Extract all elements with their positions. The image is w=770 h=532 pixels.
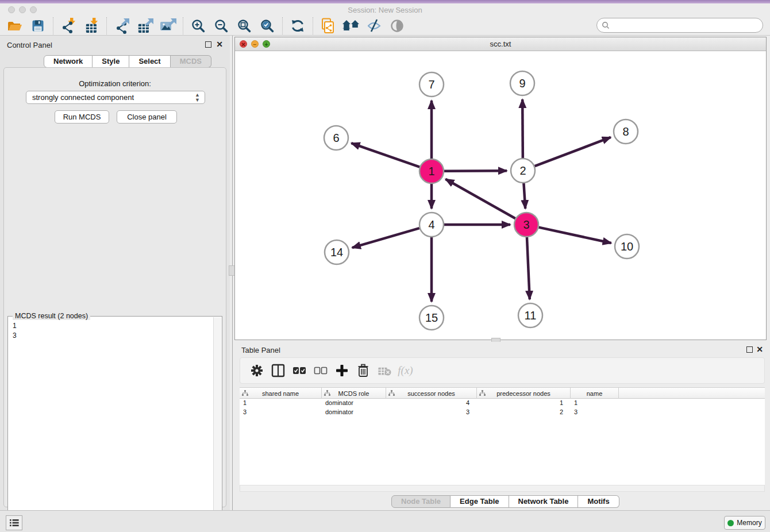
edge-2-8[interactable] (535, 137, 611, 166)
close-panel-icon[interactable]: ✕ (216, 39, 223, 49)
unselect-all-icon[interactable] (310, 361, 331, 380)
zoom-selected-icon[interactable] (256, 17, 279, 34)
optimization-criterion-label: Optimization criterion: (4, 79, 226, 88)
node-label-2: 2 (519, 164, 526, 177)
refresh-layout-icon[interactable] (286, 17, 309, 34)
select-all-icon[interactable] (288, 361, 310, 380)
table-toolbar: f(x) (240, 357, 765, 384)
search-input[interactable] (610, 20, 763, 31)
edge-3-11[interactable] (527, 237, 530, 299)
zoom-in-icon[interactable] (187, 17, 210, 34)
tab-motifs[interactable]: Motifs (578, 495, 619, 508)
delete-icon[interactable] (352, 361, 374, 380)
control-panel-title: Control Panel (7, 41, 52, 49)
export-network-icon[interactable] (110, 17, 133, 34)
node-label-4: 4 (428, 218, 434, 231)
network-graph[interactable]: 7968124314101511 (235, 51, 766, 340)
table-row[interactable]: 1dominator411 (240, 399, 765, 408)
edge-3-10[interactable] (538, 228, 611, 243)
node-label-10: 10 (621, 240, 633, 253)
table-close-icon[interactable]: ✕ (756, 344, 763, 354)
import-table-icon[interactable] (80, 17, 103, 34)
save-icon[interactable] (26, 17, 49, 34)
table-cell: 1 (477, 399, 571, 408)
toolbar-separator (106, 17, 107, 34)
table-hscrollbar[interactable] (240, 485, 765, 492)
application-window: Session: New Session (0, 0, 770, 532)
tab-network-table[interactable]: Network Table (509, 495, 579, 508)
edge-2-3[interactable] (523, 183, 525, 209)
zoom-out-icon[interactable] (210, 17, 233, 34)
column-header-predecessor-nodes[interactable]: predecessor nodes (477, 388, 571, 399)
gear-icon[interactable] (246, 361, 267, 380)
edge-1-6[interactable] (351, 143, 419, 167)
table-row[interactable]: 3dominator323 (240, 408, 765, 417)
task-history-button[interactable] (6, 515, 22, 530)
run-mcds-button[interactable]: Run MCDS (55, 110, 109, 124)
open-folder-icon[interactable] (3, 17, 26, 34)
table-body: 1dominator4113dominator323 (240, 399, 765, 417)
add-icon[interactable] (331, 361, 352, 380)
search-box[interactable] (596, 18, 763, 33)
zoom-fit-icon[interactable] (233, 17, 256, 34)
memory-status-icon (727, 520, 734, 526)
node-label-3: 3 (523, 218, 529, 231)
clone-network-icon[interactable] (317, 17, 340, 34)
table-cell: 3 (240, 408, 322, 417)
node-label-7: 7 (428, 78, 434, 91)
main-toolbar (0, 16, 770, 36)
result-scrollbar[interactable] (213, 317, 221, 532)
mcds-tab-content: Optimization criterion: strongly connect… (3, 67, 226, 507)
select-stepper-icon: ▲▼ (195, 92, 200, 103)
column-header-shared-name[interactable]: shared name (240, 388, 322, 399)
node-label-15: 15 (425, 311, 438, 324)
column-header-MCDS-role[interactable]: MCDS role (322, 388, 386, 399)
mcds-result-box: MCDS result (2 nodes) 1 3 (7, 316, 222, 532)
export-table-icon[interactable] (133, 17, 156, 34)
fx-icon: f(x) (395, 361, 416, 380)
app-title: Session: New Session (0, 6, 770, 14)
memory-button[interactable]: Memory (724, 516, 765, 530)
tab-mcds[interactable]: MCDS (171, 55, 211, 68)
tab-style[interactable]: Style (93, 55, 129, 68)
mcds-result-text: 1 3 (8, 318, 213, 532)
tab-select[interactable]: Select (129, 55, 170, 68)
network-view-window: ✕ − + scc.txt 7968124314101511 (234, 37, 767, 340)
network-window-titlebar[interactable]: ✕ − + scc.txt (235, 37, 766, 51)
import-network-icon[interactable] (57, 17, 80, 34)
task-list-icon (10, 519, 19, 527)
edge-1-2[interactable] (444, 171, 507, 171)
network-canvas[interactable]: 7968124314101511 (235, 51, 766, 340)
close-panel-button[interactable]: Close panel (117, 110, 177, 124)
hide-panel-icon[interactable] (363, 17, 386, 34)
table-cell: dominator (322, 408, 386, 417)
table-cell: dominator (322, 399, 386, 408)
export-image-icon[interactable] (156, 17, 179, 34)
edge-4-14[interactable] (352, 228, 419, 248)
table-tabs: Node TableEdge TableNetwork TableMotifs (391, 495, 619, 508)
toolbar-separator (183, 17, 183, 34)
table-panel: Table Panel ✕ f(x) shared name MCDS role (234, 342, 770, 510)
column-header-successor-nodes[interactable]: successor nodes (386, 388, 477, 399)
tab-edge-table[interactable]: Edge Table (451, 495, 509, 508)
node-label-9: 9 (519, 77, 525, 90)
eye-icon[interactable] (386, 17, 409, 34)
optimization-criterion-select[interactable]: strongly connected component ▲▼ (26, 91, 205, 104)
edge-2-9[interactable] (522, 99, 523, 158)
columns-icon[interactable] (267, 361, 288, 380)
control-panel: Control Panel ✕ NetworkStyleSelectMCDS O… (0, 36, 230, 510)
table-cell: 3 (386, 408, 477, 417)
edge-3-1[interactable] (445, 179, 515, 218)
toolbar-separator (313, 17, 313, 34)
search-icon (602, 21, 610, 29)
tab-network[interactable]: Network (44, 55, 93, 68)
toolbar-separator (282, 17, 283, 34)
network-window-title: scc.txt (235, 40, 766, 48)
table-float-icon[interactable] (746, 346, 753, 353)
home-icon[interactable] (340, 17, 363, 34)
column-header-name[interactable]: name (571, 388, 619, 399)
tab-node-table[interactable]: Node Table (391, 495, 451, 508)
node-table: shared name MCDS role successor nodes pr… (240, 387, 765, 485)
float-panel-icon[interactable] (205, 41, 211, 48)
table-panel-title: Table Panel (241, 346, 280, 354)
